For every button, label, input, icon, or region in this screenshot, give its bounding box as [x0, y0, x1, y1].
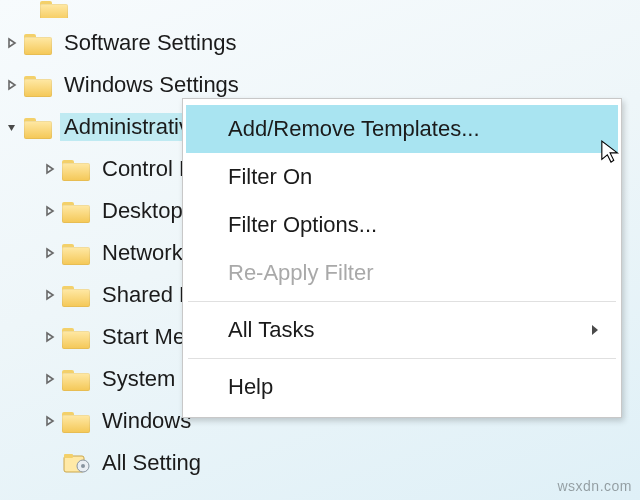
tree-row-cutoff: [0, 0, 640, 18]
chevron-right-icon[interactable]: [40, 285, 60, 305]
chevron-down-icon[interactable]: [2, 117, 22, 137]
chevron-right-icon[interactable]: [40, 369, 60, 389]
chevron-right-icon[interactable]: [40, 201, 60, 221]
svg-point-3: [81, 464, 85, 468]
chevron-right-icon[interactable]: [40, 327, 60, 347]
menu-item-filter-options[interactable]: Filter Options...: [186, 201, 618, 249]
menu-item-label: Add/Remove Templates...: [228, 116, 480, 142]
chevron-right-icon[interactable]: [2, 75, 22, 95]
menu-item-all-tasks[interactable]: All Tasks: [186, 306, 618, 354]
tree-item-label: System: [98, 365, 179, 393]
expander-none: [40, 453, 60, 473]
tree-item-label: Windows Settings: [60, 71, 243, 99]
menu-item-label: Help: [228, 374, 273, 400]
menu-item-add-remove-templates[interactable]: Add/Remove Templates...: [186, 105, 618, 153]
menu-separator: [188, 301, 616, 302]
menu-item-label: All Tasks: [228, 317, 314, 343]
chevron-right-icon[interactable]: [40, 243, 60, 263]
folder-icon: [62, 409, 92, 433]
chevron-right-icon: [590, 317, 600, 343]
menu-separator: [188, 358, 616, 359]
tree-item-label: Desktop: [98, 197, 187, 225]
all-settings-icon: [62, 451, 92, 475]
folder-icon: [24, 31, 54, 55]
chevron-right-icon[interactable]: [40, 411, 60, 431]
folder-icon: [62, 367, 92, 391]
menu-item-filter-on[interactable]: Filter On: [186, 153, 618, 201]
chevron-right-icon[interactable]: [2, 33, 22, 53]
tree-item-label: All Setting: [98, 449, 205, 477]
menu-item-label: Re-Apply Filter: [228, 260, 373, 286]
watermark: wsxdn.com: [557, 478, 632, 494]
context-menu: Add/Remove Templates...Filter OnFilter O…: [182, 98, 622, 418]
folder-icon: [62, 241, 92, 265]
folder-icon: [62, 325, 92, 349]
folder-icon: [24, 73, 54, 97]
menu-item-label: Filter Options...: [228, 212, 377, 238]
folder-icon: [40, 0, 70, 18]
menu-item-re-apply-filter: Re-Apply Filter: [186, 249, 618, 297]
chevron-right-icon[interactable]: [40, 159, 60, 179]
menu-item-label: Filter On: [228, 164, 312, 190]
tree-item-label: Software Settings: [60, 29, 240, 57]
menu-item-help[interactable]: Help: [186, 363, 618, 411]
folder-icon: [62, 199, 92, 223]
tree-item-all-settings[interactable]: All Setting: [0, 442, 640, 484]
tree-item-software-settings[interactable]: Software Settings: [0, 22, 640, 64]
folder-icon: [62, 283, 92, 307]
folder-icon: [24, 115, 54, 139]
svg-rect-1: [64, 454, 73, 458]
tree-item-label: Network: [98, 239, 187, 267]
tree-item-label: Windows: [98, 407, 195, 435]
folder-icon: [62, 157, 92, 181]
